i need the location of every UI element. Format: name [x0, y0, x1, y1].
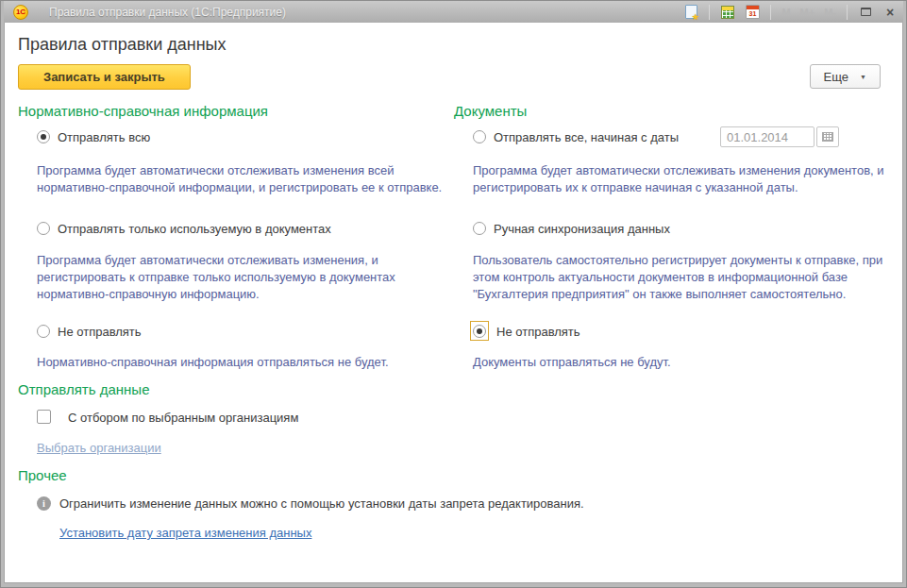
close-icon: ×	[886, 6, 894, 19]
radio-label[interactable]: Не отправлять	[496, 324, 580, 340]
calculator-icon	[721, 6, 734, 19]
other-section: Прочее i Ограничить изменение данных мож…	[18, 467, 902, 552]
select-organizations-row: Выбрать организации	[18, 439, 902, 467]
nsi-option-send-all[interactable]: Отправлять всю	[18, 129, 454, 162]
radio-icon[interactable]	[37, 130, 50, 143]
radio-icon[interactable]	[473, 325, 486, 338]
set-restriction-date-link[interactable]: Установить дату запрета изменения данных	[59, 526, 311, 540]
calendar-day-label: 31	[749, 9, 757, 18]
more-button[interactable]: Еще ▼	[810, 64, 881, 89]
form-content: Правила отправки данных Записать и закры…	[4, 23, 903, 583]
nsi-heading: Нормативно-справочная информация	[18, 103, 454, 129]
nsi-option-dont-send[interactable]: Не отправлять	[18, 324, 454, 354]
documents-option-dont-send[interactable]: Не отправлять	[454, 324, 902, 354]
nsi-option-send-all-description: Программа будет автоматически отслеживат…	[18, 162, 454, 221]
radio-label[interactable]: Отправлять только используемую в докумен…	[58, 221, 331, 237]
toolbar: Записать и закрыть Еще ▼	[18, 64, 902, 90]
memory-m-button: М	[780, 7, 792, 18]
radio-icon[interactable]	[37, 222, 50, 235]
memory-m-minus-button: М-	[822, 7, 838, 18]
titlebar: 1С Правила отправки данных (1С:Предприят…	[4, 1, 903, 23]
documents-option-manual-sync-description: Пользователь самостоятельно регистрирует…	[454, 252, 902, 324]
settings-columns: Нормативно-справочная информация Отправл…	[18, 103, 902, 381]
documents-heading: Документы	[454, 103, 902, 129]
radio-label[interactable]: Не отправлять	[58, 324, 142, 340]
favorites-icon: ★	[685, 5, 697, 19]
memory-m-plus-button: М+	[798, 7, 817, 18]
documents-option-send-from-date[interactable]: Отправлять все, начиная с даты	[454, 129, 902, 162]
checkbox-icon[interactable]	[37, 410, 51, 424]
nsi-section: Нормативно-справочная информация Отправл…	[18, 103, 454, 381]
radio-label[interactable]: Ручная синхронизация данных	[494, 221, 670, 237]
start-date-input[interactable]	[720, 126, 815, 147]
1c-logo-icon: 1С	[13, 5, 28, 20]
documents-option-dont-send-description: Документы отправляться не будут.	[454, 354, 902, 381]
app-window: 1С Правила отправки данных (1С:Предприят…	[0, 0, 907, 588]
close-button[interactable]: ×	[881, 3, 899, 21]
radio-icon[interactable]	[473, 130, 486, 143]
info-icon: i	[37, 496, 51, 511]
calendar-icon: 31	[746, 5, 760, 19]
radio-icon[interactable]	[37, 325, 50, 338]
focus-ring	[470, 321, 489, 341]
maximize-icon	[861, 8, 871, 16]
radio-label[interactable]: Отправлять всю	[58, 129, 150, 145]
nsi-option-dont-send-description: Нормативно-справочная информация отправл…	[18, 354, 454, 381]
maximize-button[interactable]	[856, 3, 875, 21]
calculator-button[interactable]	[718, 3, 737, 21]
calendar-button[interactable]: 31	[743, 3, 762, 21]
separator	[709, 5, 710, 20]
titlebar-buttons: ★ 31 М М+ М- ×	[681, 3, 899, 21]
send-data-section: Отправлять данные С отбором по выбранным…	[18, 381, 902, 467]
nsi-option-used-only-description: Программа будет автоматически отслеживат…	[18, 252, 454, 324]
radio-label[interactable]: Отправлять все, начиная с даты	[494, 129, 679, 145]
date-picker-button[interactable]	[816, 126, 839, 147]
restriction-info-row: i Ограничить изменение данных можно с по…	[18, 496, 902, 524]
star-icon: ★	[692, 13, 699, 22]
set-restriction-date-row: Установить дату запрета изменения данных	[18, 524, 902, 552]
filter-by-organizations-option[interactable]: С отбором по выбранным организациям	[18, 410, 902, 439]
other-heading: Прочее	[18, 467, 902, 496]
separator	[770, 5, 771, 20]
favorites-button[interactable]: ★	[681, 3, 700, 21]
documents-option-send-from-date-description: Программа будет автоматически отслеживат…	[454, 162, 902, 221]
page-title: Правила отправки данных	[18, 35, 902, 55]
restriction-info-text: Ограничить изменение данных можно с помо…	[59, 496, 584, 512]
nsi-option-used-only[interactable]: Отправлять только используемую в докумен…	[18, 221, 454, 252]
more-button-label: Еще	[824, 70, 848, 84]
window-title: Правила отправки данных (1С:Предприятие)	[49, 6, 681, 19]
documents-section: Документы Отправлять все, начиная с даты…	[454, 103, 902, 381]
chevron-down-icon: ▼	[860, 74, 866, 80]
select-organizations-link[interactable]: Выбрать организации	[37, 441, 161, 455]
calendar-grid-icon	[822, 132, 833, 142]
checkbox-label[interactable]: С отбором по выбранным организациям	[68, 410, 298, 426]
documents-option-manual-sync[interactable]: Ручная синхронизация данных	[454, 221, 902, 252]
send-data-heading: Отправлять данные	[18, 381, 902, 410]
start-date-field-group	[720, 126, 839, 147]
separator	[847, 5, 848, 20]
radio-icon[interactable]	[473, 222, 486, 235]
save-and-close-button[interactable]: Записать и закрыть	[18, 64, 191, 90]
